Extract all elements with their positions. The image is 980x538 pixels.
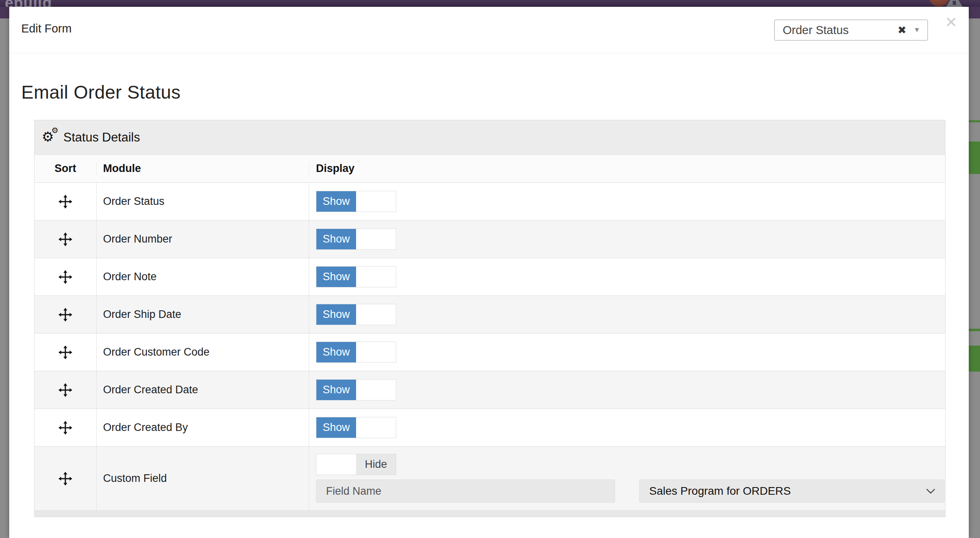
move-icon[interactable] xyxy=(58,345,73,360)
module-label: Order Status xyxy=(103,195,164,208)
brand-logo[interactable]: ebuild xyxy=(5,0,52,7)
table-row: Order Ship Date Show xyxy=(34,296,945,334)
module-label: Order Ship Date xyxy=(103,308,181,321)
module-label: Order Customer Code xyxy=(103,346,210,358)
module-label: Order Note xyxy=(103,271,157,283)
move-icon[interactable] xyxy=(58,194,73,209)
background-green-fragment xyxy=(969,346,980,372)
toggle-show-label[interactable]: Show xyxy=(316,267,356,287)
display-toggle[interactable]: Show xyxy=(316,342,396,363)
toggle-hide-label[interactable]: Hide xyxy=(356,454,396,475)
toggle-off-half[interactable] xyxy=(356,191,396,212)
toggle-off-half[interactable] xyxy=(356,417,396,438)
column-header-display: Display xyxy=(309,162,945,175)
move-icon[interactable] xyxy=(58,270,73,284)
toggle-off-half[interactable] xyxy=(356,267,396,287)
form-selector-dropdown[interactable]: Order Status ✖ ▼ xyxy=(774,20,928,40)
module-label: Custom Field xyxy=(103,472,167,485)
table-row: Order Status Show xyxy=(34,183,945,220)
panel-footer xyxy=(34,511,945,517)
toggle-off-half[interactable] xyxy=(356,342,396,362)
form-selector-value: Order Status xyxy=(783,24,897,37)
modal-header: Edit Form Order Status ✖ ▼ × xyxy=(9,7,969,53)
table-row: Order Note Show xyxy=(34,258,945,296)
display-toggle[interactable]: Show xyxy=(316,304,396,325)
toggle-show-label[interactable]: Show xyxy=(316,380,356,400)
background-green-fragment xyxy=(969,142,980,174)
module-label: Order Created By xyxy=(103,421,188,434)
background-page-left-edge xyxy=(0,0,9,538)
display-toggle[interactable]: Show xyxy=(316,191,396,212)
display-toggle[interactable]: Hide xyxy=(316,454,396,475)
table-row-custom-field: Custom Field Hide Sales Program for ORDE… xyxy=(34,447,945,511)
toggle-show-label[interactable]: Show xyxy=(316,191,356,212)
toggle-off-half[interactable] xyxy=(356,380,396,400)
caret-down-icon: ▼ xyxy=(913,26,920,34)
toggle-off-half[interactable] xyxy=(356,229,396,249)
background-green-fragment xyxy=(969,120,980,122)
background-page-right-edge xyxy=(969,0,980,538)
table-row: Order Created Date Show xyxy=(34,371,945,409)
move-icon[interactable] xyxy=(58,421,73,435)
display-toggle[interactable]: Show xyxy=(316,379,396,400)
edit-form-modal: Edit Form Order Status ✖ ▼ × Email Order… xyxy=(9,7,969,538)
sales-program-value: Sales Program for ORDERS xyxy=(649,485,926,498)
display-toggle[interactable]: Show xyxy=(316,266,396,287)
select-chevron-icon xyxy=(926,488,935,494)
toggle-show-label[interactable]: Show xyxy=(316,417,356,438)
background-green-fragment xyxy=(969,329,980,331)
display-toggle[interactable]: Show xyxy=(316,229,396,250)
field-name-input[interactable] xyxy=(316,479,615,503)
top-navbar: ebuild xyxy=(0,0,980,7)
panel-title: Status Details xyxy=(63,130,140,145)
move-icon[interactable] xyxy=(58,383,73,397)
module-label: Order Created Date xyxy=(103,384,198,396)
move-icon[interactable] xyxy=(58,307,73,322)
move-icon[interactable] xyxy=(58,232,73,247)
cogs-icon: ⚙⚙ xyxy=(42,129,60,146)
panel-heading: ⚙⚙ Status Details xyxy=(34,120,945,155)
toggle-show-label[interactable]: Show xyxy=(316,304,356,325)
close-icon[interactable]: × xyxy=(946,12,957,32)
move-icon[interactable] xyxy=(58,471,73,486)
toggle-off-half[interactable] xyxy=(356,304,396,325)
table-header-row: Sort Module Display xyxy=(34,155,945,183)
column-header-sort: Sort xyxy=(34,162,97,175)
warning-triangle-icon xyxy=(945,0,964,7)
column-header-module: Module xyxy=(97,162,309,175)
module-label: Order Number xyxy=(103,233,172,245)
table-row: Order Number Show xyxy=(34,220,945,258)
sales-program-select[interactable]: Sales Program for ORDERS xyxy=(639,479,945,503)
clear-selection-icon[interactable]: ✖ xyxy=(897,24,906,36)
status-details-panel: ⚙⚙ Status Details Sort Module Display Or… xyxy=(34,120,946,517)
table-row: Order Created By Show xyxy=(34,409,945,447)
toggle-off-half[interactable] xyxy=(316,454,356,475)
toggle-show-label[interactable]: Show xyxy=(316,229,356,249)
page-title: Email Order Status xyxy=(21,81,181,103)
table-row: Order Customer Code Show xyxy=(34,334,945,371)
toggle-show-label[interactable]: Show xyxy=(316,342,356,362)
display-toggle[interactable]: Show xyxy=(316,417,396,438)
modal-title: Edit Form xyxy=(21,22,72,35)
